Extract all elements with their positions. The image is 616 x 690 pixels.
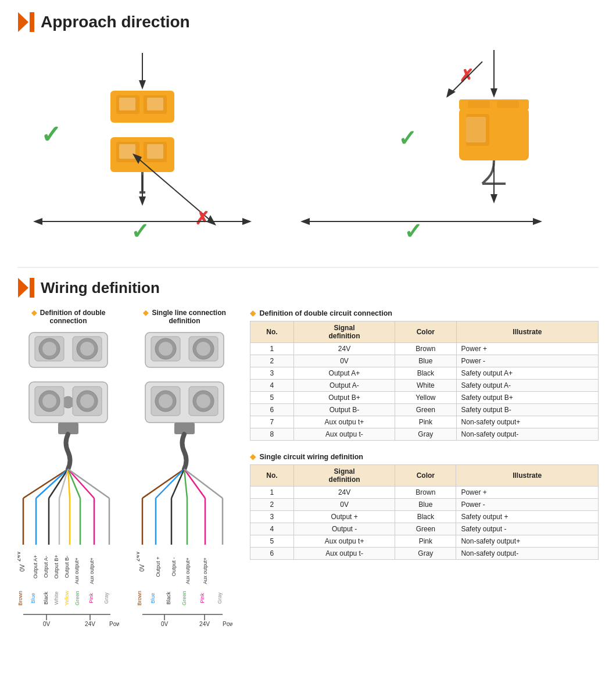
svg-text:Aux output+: Aux output+	[185, 557, 191, 584]
table-row: 20VBluePower -	[250, 355, 599, 367]
single-circuit-title: ◆ Single circuit wiring definition	[250, 452, 599, 461]
svg-text:Brown: Brown	[17, 591, 23, 606]
table-row: 20VBluePower -	[250, 499, 599, 511]
col-no: No.	[250, 321, 294, 343]
svg-rect-49	[30, 278, 34, 298]
svg-text:Output A-: Output A-	[43, 556, 49, 578]
col-no2: No.	[250, 465, 294, 487]
tables-block: ◆ Definition of double circuit connectio…	[250, 309, 599, 560]
svg-text:Power: Power	[109, 621, 119, 627]
svg-marker-16	[139, 80, 146, 90]
diamond-icon3: ◆	[250, 309, 256, 317]
col-color: Color	[395, 321, 456, 343]
single-circuit-table-block: ◆ Single circuit wiring definition No. S…	[250, 452, 599, 560]
svg-point-61	[42, 394, 56, 408]
svg-text:Output -: Output -	[171, 557, 177, 577]
svg-text:Brown: Brown	[137, 591, 142, 606]
svg-text:Blue: Blue	[30, 593, 36, 603]
svg-rect-7	[147, 98, 163, 110]
wiring-content: ◆ Definition of doubleconnection	[17, 309, 599, 632]
svg-text:0V: 0V	[19, 564, 26, 572]
svg-text:Gray: Gray	[217, 592, 223, 604]
svg-text:Black: Black	[166, 592, 171, 605]
table-row: 8Aux outpu t-GrayNon-safety output-	[250, 428, 599, 441]
table-row: 3Output A+BlackSafety output A+	[250, 367, 599, 380]
diamond-icon2: ◆	[143, 309, 148, 317]
svg-text:Aux output+: Aux output+	[89, 557, 95, 584]
svg-text:Gray: Gray	[103, 592, 109, 604]
svg-point-64	[80, 394, 94, 408]
svg-text:Pink: Pink	[199, 593, 205, 603]
diamond-icon: ◆	[31, 309, 37, 317]
svg-marker-0	[18, 12, 28, 32]
single-connection-label: Single line connectiondefinition	[152, 309, 225, 325]
svg-text:0V: 0V	[161, 621, 169, 627]
svg-text:✗: ✗	[195, 209, 209, 228]
svg-marker-46	[300, 218, 310, 225]
table-row: 5Output B+YellowSafety output B+	[250, 392, 599, 404]
col-signal: Signaldefinition	[293, 321, 395, 343]
double-connection-svg: 24V 0V Output A+ Output A- Output B+ Out…	[17, 330, 119, 632]
table-row: 124VBrownPower +	[250, 487, 599, 499]
svg-text:✓: ✓	[404, 219, 422, 242]
col-color2: Color	[395, 465, 456, 487]
double-circuit-table: No. Signaldefinition Color Illustrate 12…	[250, 321, 599, 441]
svg-rect-37	[497, 101, 519, 108]
approach-title: Approach direction	[17, 12, 599, 33]
svg-text:0V: 0V	[43, 621, 51, 627]
svg-point-111	[196, 342, 210, 356]
double-circuit-table-block: ◆ Definition of double circuit connectio…	[250, 309, 599, 441]
svg-marker-48	[18, 278, 28, 298]
svg-text:✓: ✓	[398, 126, 417, 151]
svg-text:24V: 24V	[85, 621, 95, 627]
svg-line-78	[68, 469, 94, 498]
table-row: 7Aux outpu t+PinkNon-safety output+	[250, 416, 599, 428]
table-row: 4Output -GreenSafety output -	[250, 523, 599, 535]
svg-text:Output +: Output +	[155, 557, 161, 577]
svg-line-31	[482, 62, 511, 91]
svg-text:Yellow: Yellow	[64, 591, 70, 606]
svg-text:24V: 24V	[137, 551, 141, 562]
double-circuit-title: ◆ Definition of double circuit connectio…	[250, 309, 599, 317]
svg-text:24V: 24V	[17, 551, 22, 562]
svg-text:Aux output+: Aux output+	[74, 557, 80, 584]
diamond-icon4: ◆	[250, 453, 256, 461]
table-row: 124VBrownPower +	[250, 343, 599, 355]
table-row: 6Aux outpu t-GrayNon-safety output-	[250, 548, 599, 560]
approach-diagrams: ✓	[17, 44, 599, 244]
svg-text:Aux output+: Aux output+	[202, 557, 208, 584]
svg-marker-18	[139, 196, 146, 206]
table-row: 6Output B-GreenSafety output B-	[250, 404, 599, 416]
svg-marker-41	[490, 88, 497, 98]
approach-title-text: Approach direction	[41, 13, 190, 31]
svg-rect-11	[119, 144, 135, 159]
svg-text:24V: 24V	[199, 621, 210, 627]
svg-rect-1	[30, 12, 34, 32]
svg-rect-6	[119, 98, 135, 110]
svg-text:✓: ✓	[131, 219, 149, 242]
svg-text:✓: ✓	[41, 121, 61, 148]
svg-text:Blue: Blue	[150, 593, 156, 603]
svg-rect-36	[468, 101, 490, 108]
col-illustrate2: Illustrate	[456, 465, 599, 487]
wiring-title-text: Wiring definition	[41, 279, 160, 297]
single-connection-block: ◆ Single line connectiondefinition	[137, 309, 232, 632]
svg-text:Black: Black	[43, 592, 49, 605]
svg-text:Green: Green	[74, 591, 80, 605]
svg-text:Output B+: Output B+	[53, 555, 59, 579]
table-row: 5Aux outpu t+PinkNon-safety output+	[250, 535, 599, 548]
svg-text:Output B-: Output B-	[64, 556, 70, 578]
svg-rect-12	[147, 144, 163, 159]
svg-point-53	[42, 342, 56, 356]
double-connection-block: ◆ Definition of doubleconnection	[17, 309, 119, 632]
approach-diagram-left: ✓	[23, 44, 267, 244]
wiring-title: Wiring definition	[17, 267, 599, 298]
svg-marker-43	[490, 194, 497, 203]
single-circuit-table: No. Signaldefinition Color Illustrate 12…	[250, 464, 599, 560]
svg-rect-34	[466, 117, 486, 142]
svg-line-130	[184, 469, 223, 498]
col-illustrate: Illustrate	[456, 321, 598, 343]
double-connection-title: ◆ Definition of doubleconnection	[31, 309, 106, 325]
svg-text:Green: Green	[181, 591, 187, 605]
svg-point-56	[80, 342, 94, 356]
